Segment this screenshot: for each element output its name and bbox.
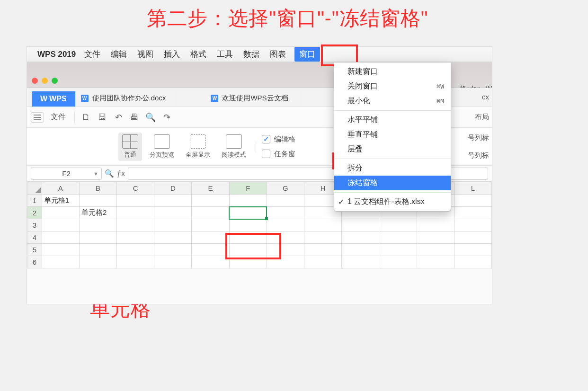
wps-home-tab[interactable]: W WPS <box>32 91 75 107</box>
cell[interactable] <box>42 244 79 256</box>
menu-item-tile-horizontal[interactable]: 水平平铺 <box>334 113 451 127</box>
select-all-corner[interactable] <box>27 182 42 195</box>
col-header-L[interactable]: L <box>454 182 491 195</box>
cell[interactable] <box>117 256 154 268</box>
row-header-3[interactable]: 3 <box>27 219 42 231</box>
cell-F2-selected[interactable] <box>229 207 267 219</box>
cell[interactable] <box>154 195 192 207</box>
cell[interactable] <box>79 244 116 256</box>
cell[interactable] <box>417 219 454 231</box>
view-fullscreen-button[interactable]: 全屏显示 <box>182 133 214 161</box>
cell-B2[interactable]: 单元格2 <box>79 207 116 219</box>
cell[interactable] <box>304 244 341 256</box>
cell[interactable] <box>192 231 229 244</box>
close-window-button[interactable] <box>32 78 38 84</box>
undo-icon[interactable]: ↶ <box>112 111 125 124</box>
menu-insert[interactable]: 插入 <box>162 48 182 61</box>
menu-chart[interactable]: 图表 <box>268 48 288 61</box>
menu-item-tile-vertical[interactable]: 垂直平铺 <box>334 127 451 142</box>
menu-tools[interactable]: 工具 <box>215 48 235 61</box>
col-header-F[interactable]: F <box>229 182 267 195</box>
checkbox-task-pane[interactable]: 任务窗 <box>262 150 295 159</box>
cell[interactable] <box>417 244 454 256</box>
menu-format[interactable]: 格式 <box>188 48 208 61</box>
cell[interactable] <box>229 231 267 244</box>
menu-item-freeze-panes[interactable]: 冻结窗格 <box>334 176 451 190</box>
cell[interactable] <box>417 231 454 244</box>
menu-item-close-window[interactable]: 关闭窗口 ⌘W <box>334 79 451 94</box>
cell[interactable] <box>117 231 154 244</box>
hamburger-menu-button[interactable] <box>31 112 44 123</box>
cell[interactable] <box>154 244 192 256</box>
cell[interactable] <box>42 207 79 219</box>
menu-view[interactable]: 视图 <box>135 48 155 61</box>
cell[interactable] <box>267 207 304 219</box>
row-header-6[interactable]: 6 <box>27 256 42 268</box>
cell[interactable] <box>79 195 116 207</box>
cell[interactable] <box>267 256 304 268</box>
cell[interactable] <box>192 195 229 207</box>
cell[interactable] <box>229 195 267 207</box>
col-header-A[interactable]: A <box>42 182 79 195</box>
cell[interactable] <box>192 244 229 256</box>
cell[interactable] <box>454 219 491 231</box>
redo-icon[interactable]: ↷ <box>160 111 173 124</box>
file-menu-button[interactable]: 文件 <box>47 111 70 123</box>
document-tab-1[interactable]: W 使用团队协作办公.docx <box>75 90 177 107</box>
view-pagebreak-button[interactable]: 分页预览 <box>146 133 178 161</box>
cell[interactable] <box>454 231 491 244</box>
print-preview-icon[interactable]: 🔍 <box>144 111 157 124</box>
print-icon[interactable]: 🖶 <box>128 111 141 124</box>
cell[interactable] <box>117 195 154 207</box>
cell[interactable] <box>229 244 267 256</box>
row-header-1[interactable]: 1 <box>27 195 42 207</box>
cell[interactable] <box>154 207 192 219</box>
cell[interactable] <box>454 195 491 207</box>
checkbox-formula-bar[interactable]: ✓ 编辑格 <box>262 135 295 144</box>
cell[interactable] <box>304 231 341 244</box>
col-header-B[interactable]: B <box>79 182 116 195</box>
cell[interactable] <box>79 256 116 268</box>
cell[interactable] <box>379 219 417 231</box>
new-icon[interactable]: 🗋 <box>80 111 93 124</box>
cell[interactable] <box>42 219 79 231</box>
col-header-C[interactable]: C <box>117 182 154 195</box>
zoom-icon[interactable]: 🔍 <box>105 169 114 178</box>
cell[interactable] <box>267 244 304 256</box>
cell[interactable] <box>304 256 341 268</box>
cell-A1[interactable]: 单元格1 <box>42 195 79 207</box>
cell[interactable] <box>79 231 116 244</box>
cell[interactable] <box>154 219 192 231</box>
row-header-5[interactable]: 5 <box>27 244 42 256</box>
cell[interactable] <box>342 231 379 244</box>
maximize-window-button[interactable] <box>52 78 58 84</box>
cell[interactable] <box>42 231 79 244</box>
document-tab-2[interactable]: W 欢迎使用WPS云文档. <box>205 90 301 107</box>
menu-file[interactable]: 文件 <box>82 48 102 61</box>
menu-item-minimize[interactable]: 最小化 ⌘M <box>334 94 451 108</box>
cell[interactable] <box>267 231 304 244</box>
col-header-D[interactable]: D <box>154 182 192 195</box>
name-box[interactable]: F2 ▼ <box>31 168 102 180</box>
cell[interactable] <box>79 219 116 231</box>
cell[interactable] <box>342 219 379 231</box>
menu-edit[interactable]: 编辑 <box>109 48 129 61</box>
cell[interactable] <box>342 244 379 256</box>
menu-item-split[interactable]: 拆分 <box>334 161 451 176</box>
cell[interactable] <box>117 244 154 256</box>
cell[interactable] <box>454 256 491 268</box>
row-header-4[interactable]: 4 <box>27 231 42 244</box>
view-normal-button[interactable]: 普通 <box>118 133 142 161</box>
cell[interactable] <box>229 256 267 268</box>
cell[interactable] <box>304 219 341 231</box>
cell[interactable] <box>117 219 154 231</box>
cell[interactable] <box>154 231 192 244</box>
cell[interactable] <box>454 207 491 219</box>
cell[interactable] <box>454 244 491 256</box>
cell[interactable] <box>379 231 417 244</box>
menu-item-new-window[interactable]: 新建窗口 <box>334 64 451 79</box>
col-header-G[interactable]: G <box>267 182 304 195</box>
cell[interactable] <box>192 219 229 231</box>
menu-item-cascade[interactable]: 层叠 <box>334 142 451 157</box>
cell[interactable] <box>192 207 229 219</box>
